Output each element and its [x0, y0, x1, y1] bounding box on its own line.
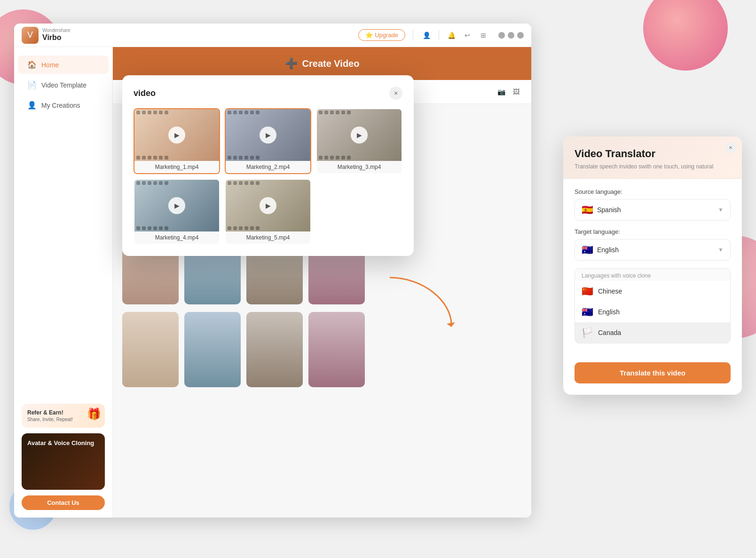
- source-lang-chevron: ▼: [718, 207, 724, 213]
- creation-card-8[interactable]: [308, 312, 365, 387]
- sidebar-item-video-template[interactable]: 📄 Video Template: [18, 76, 109, 94]
- play-button-3[interactable]: ▶: [351, 127, 368, 143]
- window-controls: [498, 32, 524, 39]
- target-lang-label: Target language:: [575, 228, 731, 235]
- maximize-button[interactable]: [508, 32, 514, 39]
- dialog-title: video: [134, 88, 156, 98]
- dialog-close-button[interactable]: ×: [389, 87, 402, 100]
- tool-icon-1[interactable]: 📷: [496, 86, 507, 97]
- target-lang-chevron: ▼: [718, 247, 724, 253]
- app-name: Virbo: [42, 33, 71, 42]
- sidebar-item-home[interactable]: 🏠 Home: [18, 56, 109, 74]
- video-thumb-4: ▶: [134, 180, 219, 231]
- lang-option-canada[interactable]: 🏳️ Canada: [575, 322, 730, 343]
- video-item-5[interactable]: ▶ Marketing_5.mp4: [225, 179, 311, 245]
- video-name-1: Marketing_1.mp4: [134, 161, 219, 173]
- minimize-button[interactable]: [498, 32, 505, 39]
- refer-icon: 🎁: [87, 407, 101, 421]
- translator-title: Video Translator: [575, 148, 731, 160]
- logo-block: V Wondershare Virbo: [22, 27, 71, 44]
- voice-clone-dropdown: Languages with voice clone 🇨🇳 Chinese 🇦🇺…: [575, 268, 731, 343]
- video-thumb-5: ▶: [226, 180, 310, 231]
- title-bar-icons: 👤 🔔 ↩ ⊞: [421, 30, 489, 41]
- sidebar-bottom: 🎁 Refer & Earn! Share, Invite, Repeat! A…: [14, 396, 112, 518]
- lang-option-english[interactable]: 🇦🇺 English: [575, 302, 730, 322]
- bell-icon[interactable]: 🔔: [446, 30, 457, 41]
- video-item-3[interactable]: ▶ Marketing_3.mp4: [316, 108, 402, 174]
- target-lang-name: English: [597, 246, 619, 254]
- chinese-flag: 🇨🇳: [582, 286, 593, 297]
- canada-flag: 🏳️: [582, 327, 593, 338]
- title-bar: V Wondershare Virbo ⭐ Upgrade 👤 🔔 ↩ ⊞: [14, 24, 531, 47]
- video-name-4: Marketing_4.mp4: [134, 231, 219, 244]
- play-button-2[interactable]: ▶: [260, 127, 276, 143]
- creation-card-6[interactable]: [184, 312, 241, 387]
- avatar-voice-card: Avatar & Voice Cloning: [22, 433, 105, 490]
- canada-label: Canada: [598, 329, 621, 336]
- dialog-header: video ×: [134, 87, 402, 100]
- translate-button[interactable]: Translate this video: [575, 362, 731, 383]
- avatar-voice-title: Avatar & Voice Cloning: [27, 439, 99, 447]
- user-icon[interactable]: 👤: [421, 30, 432, 41]
- history-icon[interactable]: ↩: [462, 30, 473, 41]
- upgrade-label: Upgrade: [375, 32, 398, 39]
- sidebar-label-home: Home: [41, 61, 59, 69]
- play-button-4[interactable]: ▶: [168, 197, 185, 214]
- my-creations-icon: 👤: [27, 101, 37, 110]
- creation-card-7[interactable]: [246, 312, 303, 387]
- video-name-3: Marketing_3.mp4: [317, 161, 402, 173]
- create-video-label: Create Video: [302, 58, 360, 69]
- video-item-1[interactable]: ▶ Marketing_1.mp4: [134, 108, 220, 174]
- sidebar-item-my-creations[interactable]: 👤 My Creations: [18, 96, 109, 114]
- deco-circle-top-right: [643, 0, 728, 71]
- video-grid: ▶ Marketing_1.mp4 ▶ Marketing_: [134, 108, 402, 245]
- video-thumb-2: ▶: [226, 109, 310, 161]
- translator-header: × Video Translator Translate speech invi…: [563, 136, 742, 179]
- brand-name: Wondershare: [42, 28, 71, 33]
- target-lang-flag: 🇦🇺: [582, 244, 593, 255]
- translator-close-button[interactable]: ×: [725, 142, 736, 153]
- close-window-button[interactable]: [517, 32, 524, 39]
- contact-button[interactable]: Contact Us: [22, 495, 105, 510]
- sidebar-label-my-creations: My Creations: [41, 102, 80, 109]
- tool-icon-2[interactable]: 🖼: [511, 86, 522, 97]
- sidebar-label-video-template: Video Template: [41, 81, 87, 89]
- play-button-5[interactable]: ▶: [260, 197, 276, 214]
- video-dialog: video × ▶ Marketing_1.mp4: [122, 75, 414, 256]
- target-language-select[interactable]: 🇦🇺 English ▼: [575, 239, 731, 261]
- video-name-2: Marketing_2.mp4: [226, 161, 310, 173]
- upgrade-button[interactable]: ⭐ Upgrade: [358, 29, 405, 41]
- english-label: English: [598, 308, 620, 316]
- translator-panel: × Video Translator Translate speech invi…: [563, 136, 742, 395]
- lang-option-chinese[interactable]: 🇨🇳 Chinese: [575, 281, 730, 302]
- logo-text: Wondershare Virbo: [42, 28, 71, 42]
- divider: [413, 30, 413, 40]
- translator-body: Source language: 🇪🇸 Spanish ▼ Target lan…: [563, 179, 742, 360]
- translator-description: Translate speech invideo swith one touch…: [575, 163, 731, 171]
- refer-card: 🎁 Refer & Earn! Share, Invite, Repeat!: [22, 404, 105, 428]
- source-lang-label: Source language:: [575, 188, 731, 195]
- source-lang-name: Spanish: [597, 206, 621, 214]
- create-video-icon: ➕: [285, 57, 298, 70]
- creations-row-2: [122, 312, 522, 387]
- video-item-4[interactable]: ▶ Marketing_4.mp4: [134, 179, 220, 245]
- video-thumb-3: ▶: [317, 109, 402, 161]
- video-item-2[interactable]: ▶ Marketing_2.mp4: [225, 108, 311, 174]
- chinese-label: Chinese: [598, 287, 622, 295]
- logo-icon: V: [22, 27, 39, 44]
- play-button-1[interactable]: ▶: [168, 127, 185, 143]
- source-language-select[interactable]: 🇪🇸 Spanish ▼: [575, 199, 731, 221]
- upgrade-icon: ⭐: [365, 32, 373, 39]
- grid-icon[interactable]: ⊞: [478, 30, 489, 41]
- sidebar: 🏠 Home 📄 Video Template 👤 My Creations 🎁…: [14, 47, 113, 518]
- voice-clone-section-label: Languages with voice clone: [575, 269, 730, 281]
- source-lang-flag: 🇪🇸: [582, 204, 593, 215]
- home-icon: 🏠: [27, 60, 37, 69]
- video-template-icon: 📄: [27, 80, 37, 89]
- creation-card-5[interactable]: [122, 312, 179, 387]
- video-thumb-1: ▶: [134, 109, 219, 161]
- english-flag: 🇦🇺: [582, 306, 593, 318]
- video-name-5: Marketing_5.mp4: [226, 231, 310, 244]
- translator-footer: Translate this video: [563, 360, 742, 395]
